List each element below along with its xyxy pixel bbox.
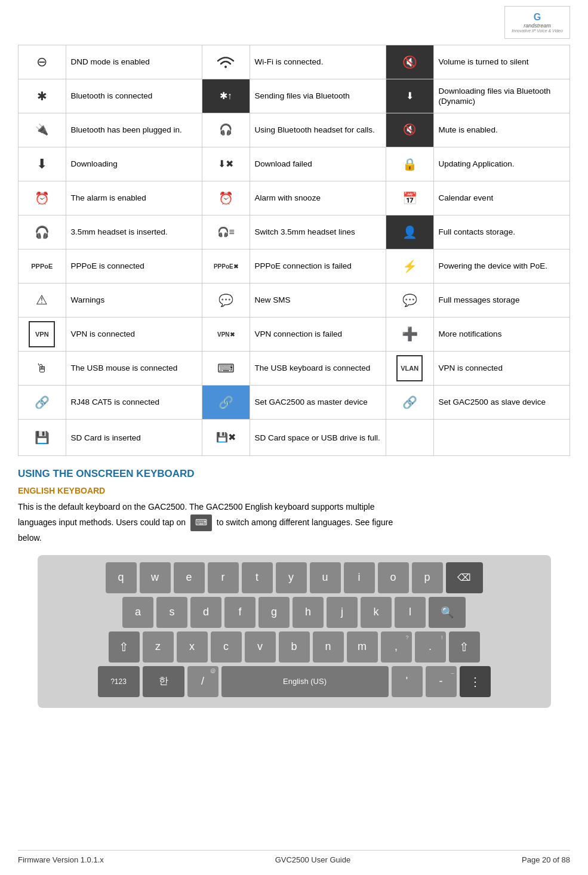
text-cell: New SMS xyxy=(250,284,386,318)
key-slash[interactable]: /@ xyxy=(187,666,218,697)
alarm-icon: ⏰ xyxy=(29,185,55,211)
key-i[interactable]: i xyxy=(344,562,375,593)
key-l[interactable]: l xyxy=(395,597,426,628)
text-cell: The alarm is enabled xyxy=(66,181,202,215)
body-text-2: languages input methods. Users could tap… xyxy=(18,517,186,527)
key-d[interactable]: d xyxy=(190,597,221,628)
text-cell: Set GAC2500 as slave device xyxy=(433,386,569,420)
key-y[interactable]: y xyxy=(276,562,307,593)
text-cell: PPPoE connection is failed xyxy=(250,249,386,284)
bluetooth-download-icon: ⬇ xyxy=(396,83,423,109)
table-row: ⏰ The alarm is enabled ⏰ Alarm with snoo… xyxy=(19,181,570,215)
key-t[interactable]: t xyxy=(242,562,273,593)
logo-box: G randstream Innovative IP Voice & Video xyxy=(504,6,570,39)
key-h[interactable]: h xyxy=(293,597,324,628)
key-period[interactable]: .! xyxy=(415,631,446,663)
text-cell: Sending files via Bluetooth xyxy=(250,79,386,113)
key-backspace[interactable]: ⌫ xyxy=(446,562,483,593)
text-cell: VPN connection is failed xyxy=(250,318,386,352)
table-row: 🎧 3.5mm headset is inserted. 🎧≡ Switch 3… xyxy=(19,215,570,249)
key-x[interactable]: x xyxy=(177,631,208,663)
icon-cell: 💾✖ xyxy=(202,420,250,456)
icon-cell: ⏰ xyxy=(19,181,66,215)
text-cell: More notifications xyxy=(433,318,569,352)
table-row: ⬇ Downloading ⬇✖ Download failed 🔒 Updat… xyxy=(19,147,570,181)
text-cell: Volume is turned to silent xyxy=(433,45,569,79)
switch-headset-icon: 🎧≡ xyxy=(213,219,239,245)
body-text-4: below. xyxy=(18,533,42,543)
key-n[interactable]: n xyxy=(313,631,344,663)
key-shift-right[interactable]: ⇧ xyxy=(449,631,480,663)
keyboard-row-3: ⇧ z x c v b n m ,? .! ⇧ xyxy=(44,631,545,663)
key-k[interactable]: k xyxy=(361,597,392,628)
poe-icon: ⚡ xyxy=(396,253,423,279)
icon-cell-dark: 🔇 xyxy=(386,45,433,79)
key-shift-left[interactable]: ⇧ xyxy=(109,631,140,663)
text-cell: RJ48 CAT5 is connected xyxy=(66,386,202,420)
icon-cell: PPPoE✖ xyxy=(202,249,250,284)
key-f[interactable]: f xyxy=(224,597,255,628)
key-lang[interactable]: 한 xyxy=(143,666,184,697)
text-cell: Full messages storage xyxy=(433,284,569,318)
headset-3-5mm-icon: 🎧 xyxy=(29,219,55,245)
text-cell: Downloading xyxy=(66,147,202,181)
alarm-snooze-icon: ⏰ xyxy=(213,185,239,211)
calendar-icon: 📅 xyxy=(396,185,423,211)
key-v[interactable]: v xyxy=(245,631,276,663)
key-colon[interactable]: ⋮ xyxy=(460,666,491,697)
icon-cell: ⏰ xyxy=(202,181,250,215)
text-cell: Set GAC2500 as master device xyxy=(250,386,386,420)
body-text-3: to switch among different languages. See… xyxy=(217,517,393,527)
key-j[interactable]: j xyxy=(327,597,358,628)
text-cell: Alarm with snooze xyxy=(250,181,386,215)
key-symbols[interactable]: ?123 xyxy=(98,666,140,697)
key-space[interactable]: English (US) xyxy=(221,666,389,697)
table-row: 🔗 RJ48 CAT5 is connected 🔗 Set GAC2500 a… xyxy=(19,386,570,420)
text-cell: Bluetooth has been plugged in. xyxy=(66,113,202,147)
key-s[interactable]: s xyxy=(156,597,187,628)
text-cell: VPN is connected xyxy=(433,352,569,386)
key-u[interactable]: u xyxy=(310,562,341,593)
icon-cell-dark: ✱↑ xyxy=(202,79,250,113)
vpn-connected-icon: VPN xyxy=(29,321,55,347)
key-apostrophe[interactable]: ' xyxy=(392,666,423,697)
key-m[interactable]: m xyxy=(347,631,378,663)
key-g[interactable]: g xyxy=(258,597,290,628)
icon-cell: 🎧≡ xyxy=(202,215,250,249)
section-title-keyboard: USING THE ONSCREEN KEYBOARD xyxy=(18,468,570,480)
pppoe-failed-icon: PPPoE✖ xyxy=(213,253,239,279)
key-q[interactable]: q xyxy=(106,562,137,593)
wifi-icon xyxy=(213,49,239,75)
key-a[interactable]: a xyxy=(122,597,153,628)
icon-cell: ➕ xyxy=(386,318,433,352)
icon-cell-dark: 🔇 xyxy=(386,113,433,147)
text-cell: Powering the device with PoE. xyxy=(433,249,569,284)
key-w[interactable]: w xyxy=(140,562,171,593)
key-r[interactable]: r xyxy=(208,562,239,593)
key-e[interactable]: e xyxy=(174,562,205,593)
key-p[interactable]: p xyxy=(412,562,443,593)
text-cell-empty xyxy=(433,420,569,456)
text-cell: Wi-Fi is connected. xyxy=(250,45,386,79)
keyboard-container: q w e r t y u i o p ⌫ a s d f g h j k l … xyxy=(38,555,551,708)
text-cell: Switch 3.5mm headset lines xyxy=(250,215,386,249)
key-comma[interactable]: ,? xyxy=(381,631,412,663)
text-cell: The USB mouse is connected xyxy=(66,352,202,386)
icon-cell: 🔗 xyxy=(386,386,433,420)
text-cell: PPPoE is connected xyxy=(66,249,202,284)
key-minus[interactable]: -_ xyxy=(426,666,457,697)
text-cell: VPN is connected xyxy=(66,318,202,352)
keyboard-row-1: q w e r t y u i o p ⌫ xyxy=(44,562,545,593)
key-z[interactable]: z xyxy=(143,631,174,663)
icon-cell-empty xyxy=(386,420,433,456)
icon-cell: ⬇✖ xyxy=(202,147,250,181)
contacts-storage-icon: 👤 xyxy=(396,219,423,245)
logo-area: G randstream Innovative IP Voice & Video xyxy=(18,6,570,39)
key-search[interactable]: 🔍 xyxy=(429,597,466,628)
key-c[interactable]: c xyxy=(211,631,242,663)
key-b[interactable]: b xyxy=(279,631,310,663)
icon-cell: 💬 xyxy=(386,284,433,318)
bluetooth-send-icon: ✱↑ xyxy=(213,83,239,109)
key-o[interactable]: o xyxy=(378,562,409,593)
icon-cell: 🔒 xyxy=(386,147,433,181)
